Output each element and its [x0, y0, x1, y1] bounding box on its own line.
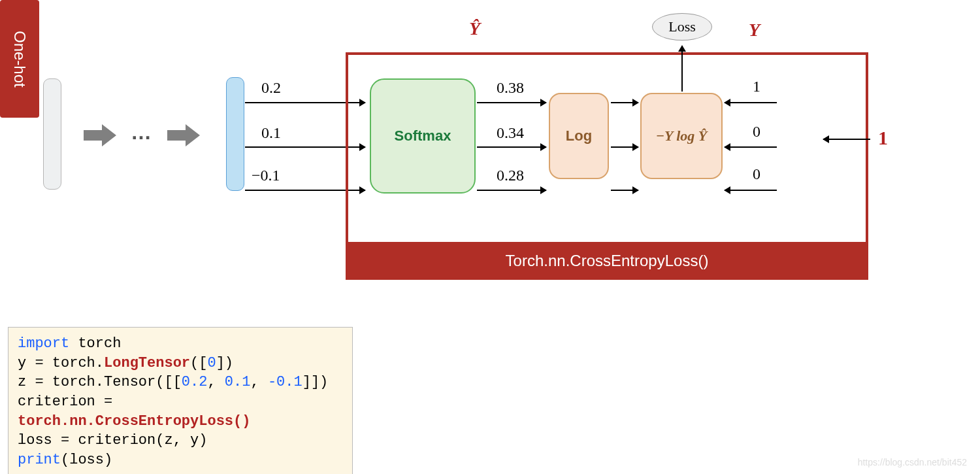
log-box: Log — [549, 93, 609, 179]
arrow-1 — [84, 124, 118, 146]
arr-loss-up — [681, 46, 683, 92]
code-line-6: print(loss) — [18, 450, 343, 470]
logits-pill — [226, 77, 244, 191]
input-tensor-pill — [43, 78, 61, 190]
loss-label: Loss — [668, 18, 696, 35]
y-label: Y — [749, 20, 760, 41]
softmax-out-0: 0.38 — [497, 79, 524, 97]
softmax-label: Softmax — [395, 127, 451, 144]
onehot-1: 0 — [753, 123, 760, 141]
arr-input-1 — [823, 139, 870, 140]
logit-2: −0.1 — [252, 167, 280, 184]
arr-log-1 — [611, 146, 638, 148]
onehot-label: One-hot — [10, 31, 29, 88]
code-line-2: y = torch.LongTensor([0]) — [18, 354, 343, 373]
softmax-box: Softmax — [370, 78, 476, 194]
code-line-1: import torch — [18, 334, 343, 354]
log-label: Log — [566, 127, 592, 144]
arr-sm-1 — [477, 146, 546, 148]
nll-label: −Y log Ŷ — [656, 127, 708, 144]
onehot-2: 0 — [753, 165, 760, 183]
watermark: https://blog.csdn.net/bit452 — [858, 457, 967, 467]
diagram-canvas: … 0.2 0.1 −0.1 Torch.nn.CrossEntropyLoss… — [0, 0, 980, 474]
arr-log-0 — [611, 102, 638, 103]
logit-0: 0.2 — [261, 79, 281, 97]
input-one: 1 — [878, 127, 888, 149]
arr-log-2 — [611, 190, 638, 191]
nll-box: −Y log Ŷ — [640, 93, 723, 179]
yhat-label: Ŷ — [469, 18, 480, 39]
logit-1: 0.1 — [261, 124, 281, 142]
loss-oval: Loss — [652, 13, 712, 41]
code-line-3: z = torch.Tensor([[0.2, 0.1, -0.1]]) — [18, 373, 343, 392]
arr-sm-0 — [477, 102, 546, 103]
softmax-out-2: 0.28 — [497, 167, 524, 184]
onehot-box: One-hot — [0, 0, 39, 118]
onehot-0: 1 — [753, 78, 760, 95]
code-line-4: criterion = torch.nn.CrossEntropyLoss() — [18, 392, 343, 431]
code-block: import torch y = torch.LongTensor([0]) z… — [8, 327, 353, 474]
ellipsis: … — [131, 120, 152, 144]
code-line-5: loss = criterion(z, y) — [18, 431, 343, 450]
arr-oh-1 — [725, 146, 777, 148]
arr-oh-0 — [725, 102, 777, 103]
arr-oh-2 — [725, 190, 777, 191]
arr-sm-2 — [477, 190, 546, 191]
softmax-out-1: 0.34 — [497, 124, 524, 142]
crossentropy-caption-bar: Torch.nn.CrossEntropyLoss() — [346, 242, 868, 280]
caption-text: Torch.nn.CrossEntropyLoss() — [506, 252, 709, 270]
arrow-2 — [167, 124, 201, 146]
